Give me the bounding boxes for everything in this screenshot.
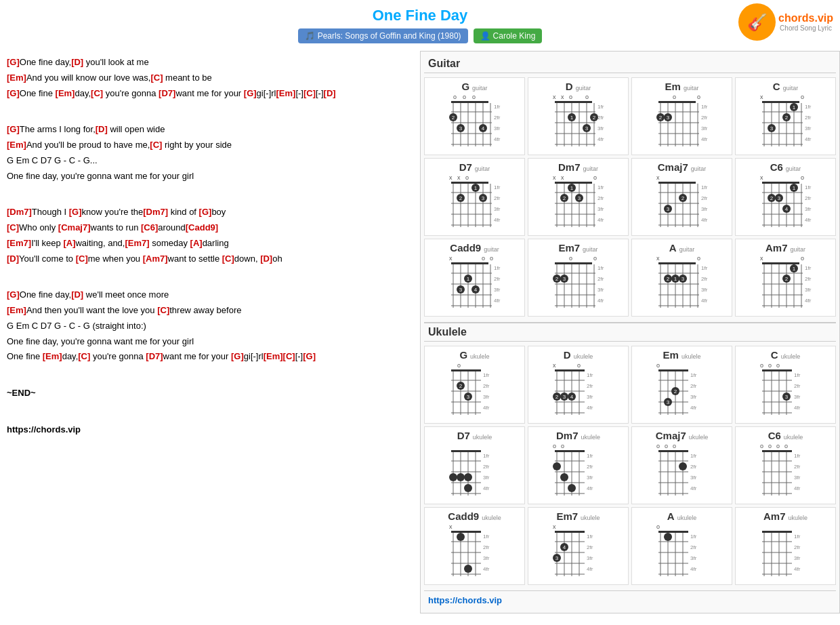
chord-diagram-ukulele-Am7: 1fr 2fr 3fr 4fr: [759, 522, 813, 580]
logo-tagline: Chord Song Lyric: [778, 24, 833, 32]
svg-text:3: 3: [770, 125, 773, 132]
svg-text:2: 2: [451, 115, 455, 121]
svg-text:4fr: 4fr: [805, 298, 812, 304]
svg-text:o: o: [482, 255, 485, 262]
logo-text-block: chords.vip Chord Song Lyric: [778, 12, 833, 32]
svg-text:o: o: [697, 94, 700, 100]
svg-text:x: x: [656, 174, 660, 181]
svg-text:o: o: [697, 255, 700, 262]
chord-em[interactable]: [Em]: [7, 73, 26, 83]
svg-text:o: o: [665, 443, 668, 449]
svg-text:2fr: 2fr: [805, 195, 812, 201]
svg-text:x: x: [553, 362, 556, 369]
chords-footer-url: https://chords.vip: [424, 590, 836, 609]
svg-text:2: 2: [770, 195, 773, 201]
lyric-line-3: [G]One fine [Em]day,[C] you're gonna [D7…: [7, 87, 413, 101]
svg-text:4fr: 4fr: [494, 298, 501, 304]
svg-text:3fr: 3fr: [794, 394, 801, 400]
chords-panel: Guitar G guitar o o o: [420, 51, 840, 613]
svg-rect-388: [658, 450, 688, 452]
svg-rect-420: [451, 531, 481, 533]
svg-rect-163: [762, 182, 799, 184]
svg-text:4fr: 4fr: [794, 566, 801, 572]
lyric-blank-4: [7, 371, 413, 385]
svg-text:3fr: 3fr: [587, 475, 593, 481]
chords-url-text[interactable]: https://chords.vip: [428, 595, 502, 605]
svg-text:x: x: [760, 255, 763, 262]
svg-text:x: x: [457, 174, 461, 181]
svg-text:1: 1: [673, 276, 677, 282]
svg-text:1: 1: [792, 185, 795, 191]
lyric-line-13: [Em]And then you'll want the love you [C…: [7, 304, 413, 318]
svg-rect-335: [762, 369, 792, 371]
svg-text:x: x: [449, 255, 453, 262]
svg-text:2fr: 2fr: [483, 544, 490, 550]
chord-diagram-ukulele-Em7: x 3 4 1fr 2fr 3fr 4: [551, 522, 606, 580]
chord-g[interactable]: [G]: [7, 57, 20, 67]
svg-text:3: 3: [481, 195, 484, 201]
svg-text:1fr: 1fr: [690, 533, 697, 540]
chord-box-ukulele-Cmaj7: Cmaj7 ukulele o o o 1f: [631, 426, 732, 504]
svg-text:3fr: 3fr: [701, 206, 708, 212]
chord-box-guitar-C6: C6 guitar x o: [735, 158, 836, 236]
svg-text:3: 3: [466, 394, 469, 400]
svg-text:3: 3: [555, 555, 558, 561]
artist-label: Carole King: [493, 31, 536, 41]
svg-rect-3: [451, 101, 488, 103]
lyric-line-14: G Em C D7 G - C - G (straight into:): [7, 319, 413, 334]
svg-text:1fr: 1fr: [597, 265, 604, 271]
svg-rect-189: [451, 262, 488, 264]
svg-rect-454: [658, 531, 688, 533]
svg-text:2: 2: [562, 195, 566, 201]
svg-text:2: 2: [555, 394, 558, 400]
svg-text:o: o: [577, 362, 581, 369]
svg-text:x: x: [553, 174, 556, 181]
svg-point-362: [464, 484, 472, 492]
lyrics-url[interactable]: https://chords.vip: [7, 423, 413, 437]
svg-text:o: o: [463, 94, 466, 100]
album-badge[interactable]: 🎵 Pearls: Songs of Goffin and King (1980…: [298, 28, 468, 43]
svg-text:4: 4: [562, 544, 566, 550]
lyric-blank-3: [7, 273, 413, 287]
site-logo[interactable]: 🎸 chords.vip Chord Song Lyric: [738, 3, 833, 41]
svg-text:1fr: 1fr: [690, 372, 697, 378]
ukulele-chord-grid: G ukulele o 2 3: [424, 346, 836, 585]
svg-text:x: x: [449, 523, 453, 530]
svg-text:1fr: 1fr: [483, 453, 490, 459]
svg-text:2: 2: [784, 276, 788, 282]
svg-text:o: o: [490, 255, 493, 262]
svg-point-430: [464, 565, 472, 573]
svg-point-360: [457, 473, 465, 481]
chord-c[interactable]: [C]: [150, 73, 163, 83]
svg-text:o: o: [593, 174, 597, 181]
svg-text:x: x: [561, 94, 564, 100]
svg-text:2: 2: [681, 195, 684, 201]
svg-text:x: x: [553, 523, 556, 530]
svg-text:o: o: [760, 443, 763, 449]
artist-badge[interactable]: 👤 Carole King: [474, 28, 543, 43]
svg-point-463: [664, 533, 672, 541]
chord-box-ukulele-C6: C6 ukulele o o o o 1fr: [735, 426, 836, 504]
svg-text:2fr: 2fr: [690, 383, 697, 389]
chord-box-guitar-C: C guitar x o: [735, 77, 836, 155]
svg-rect-28: [555, 101, 592, 103]
svg-text:4fr: 4fr: [701, 217, 708, 223]
svg-text:3fr: 3fr: [794, 475, 801, 481]
svg-point-359: [449, 473, 457, 481]
chord-box-ukulele-C: C ukulele o o o 3: [735, 346, 836, 424]
chord-d[interactable]: [D]: [71, 57, 83, 67]
svg-text:3fr: 3fr: [690, 394, 697, 400]
svg-rect-96: [451, 182, 488, 184]
svg-rect-468: [762, 531, 792, 533]
chord-box-ukulele-A: A ukulele o 1fr 2fr 3f: [631, 507, 732, 585]
svg-text:2fr: 2fr: [494, 195, 501, 201]
chord-diagram-ukulele-Em: o 2 3 1fr 2fr 3fr 4: [655, 361, 709, 418]
svg-text:4fr: 4fr: [794, 485, 801, 491]
svg-text:4fr: 4fr: [597, 298, 604, 304]
chord-box-ukulele-D7: D7 ukulele 1fr: [424, 426, 525, 504]
chord-box-guitar-Dm7: Dm7 guitar x x o: [528, 158, 629, 236]
svg-text:x: x: [449, 174, 453, 181]
chord-box-ukulele-Em: Em ukulele o 2 3: [631, 346, 732, 424]
chord-g2[interactable]: [G]: [7, 88, 20, 98]
svg-text:o: o: [585, 94, 589, 100]
